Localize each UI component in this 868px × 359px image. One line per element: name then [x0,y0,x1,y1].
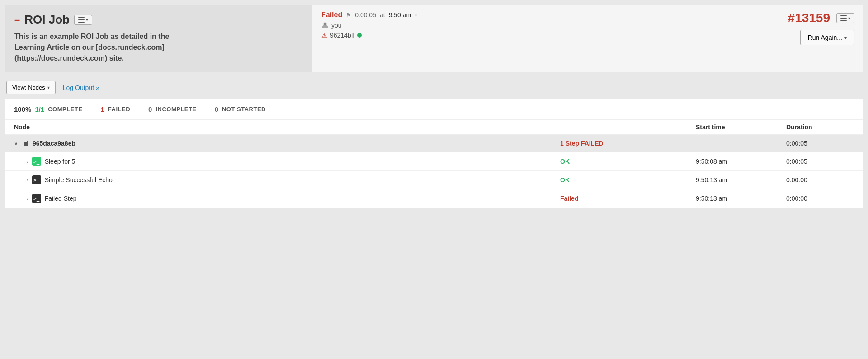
run-id: #13159 [788,11,830,25]
flag-icon: ⚑ [346,12,351,19]
step-name-cell: › >_ Failed Step [27,194,560,203]
summary-failed: 1 FAILED [100,105,130,113]
col-node: Node [14,123,560,131]
summary-incomplete-num: 0 [148,105,152,113]
node-status-dot [357,33,362,38]
view-nodes-label: View: Nodes [12,84,45,91]
summary-complete: 100% 1/1 COMPLETE [14,105,82,113]
table-header: Node Start time Duration [5,120,863,135]
node-step-status: 1 Step FAILED [560,140,604,147]
run-status: Failed [321,11,342,19]
summary-bar: 100% 1/1 COMPLETE 1 FAILED 0 INCOMPLETE … [5,99,863,120]
nodes-panel: 100% 1/1 COMPLETE 1 FAILED 0 INCOMPLETE … [5,99,863,208]
run-again-button[interactable]: Run Again... ▾ [800,30,854,45]
run-again-label: Run Again... [808,34,842,41]
summary-incomplete-label: INCOMPLETE [156,106,196,113]
col-status [560,123,696,131]
node-line: ⚠ 96214bff [321,32,417,39]
run-at: at [380,11,385,19]
step-icon: >_ [32,175,41,184]
step-name: Failed Step [45,195,77,202]
view-caret-icon: ▾ [47,85,50,90]
step-duration: 0:00:00 [786,176,854,184]
step-row: › >_ Failed Step Failed 9:50:13 am 0:00:… [5,189,863,208]
step-name: Sleep for 5 [45,158,75,165]
step-expand-button[interactable]: › [27,159,28,164]
summary-not-started: 0 NOT STARTED [215,105,266,113]
run-duration: 0:00:05 [355,11,376,19]
collapse-button[interactable]: ∨ [14,140,18,146]
steps-container: › >_ Sleep for 5 OK 9:50:08 am 0:00:05 ›… [5,152,863,208]
step-icon: >_ [32,157,41,166]
summary-not-started-num: 0 [215,105,218,113]
run-id-menu-button[interactable]: ▾ [836,13,854,23]
step-name: Simple Successful Echo [45,176,113,184]
summary-not-started-label: NOT STARTED [222,106,266,113]
step-duration: 0:00:00 [786,195,854,202]
run-info-panel: Failed ⚑ 0:00:05 at 9:50 am › [312,5,863,72]
step-start-time: 9:50:13 am [696,195,786,202]
job-dash: – [14,14,20,26]
step-name-cell: › >_ Simple Successful Echo [27,175,560,184]
list-icon [840,15,847,21]
view-nodes-button[interactable]: View: Nodes ▾ [6,81,56,94]
step-name-cell: › >_ Sleep for 5 [27,157,560,166]
step-status: OK [560,176,570,184]
job-menu-button[interactable]: ▾ [74,15,92,25]
node-duration: 0:00:05 [786,140,854,147]
caret-icon: ▾ [848,16,850,21]
view-bar: View: Nodes ▾ Log Output » [5,76,863,99]
summary-failed-label: FAILED [108,106,130,113]
step-status: Failed [560,195,578,202]
node-hostname: 965daca9a8eb [33,140,75,147]
job-info-panel: – ROI Job ▾ This is an example ROI Job a… [5,5,312,72]
user-line: you [321,22,417,29]
run-again-caret-icon: ▾ [844,35,847,40]
step-row: › >_ Simple Successful Echo OK 9:50:13 a… [5,170,863,189]
run-id-block: #13159 ▾ Run Again... ▾ [788,11,854,45]
step-status: OK [560,158,570,165]
warning-icon: ⚠ [321,32,327,39]
user-icon [321,22,329,29]
caret-icon: ▾ [86,17,88,22]
log-output-link[interactable]: Log Output » [63,84,99,91]
run-node-id: 96214bff [330,32,354,39]
job-title: ROI Job [24,13,70,27]
run-user: you [331,22,342,29]
job-description: This is an example ROI Job as detailed i… [14,31,302,64]
summary-incomplete: 0 INCOMPLETE [148,105,197,113]
server-icon: 🖥 [22,139,29,147]
summary-failed-num: 1 [100,105,104,113]
summary-percent: 100% [14,105,31,113]
node-header-row: ∨ 🖥 965daca9a8eb 1 Step FAILED 0:00:05 [5,135,863,152]
step-expand-button[interactable]: › [27,196,28,201]
list-icon [78,17,85,23]
step-row: › >_ Sleep for 5 OK 9:50:08 am 0:00:05 [5,152,863,170]
chevron-right-icon: › [415,12,417,18]
step-duration: 0:00:05 [786,158,854,165]
run-time: 9:50 am [389,11,412,19]
run-status-block: Failed ⚑ 0:00:05 at 9:50 am › [321,11,417,39]
step-start-time: 9:50:13 am [696,176,786,184]
step-start-time: 9:50:08 am [696,158,786,165]
step-icon: >_ [32,194,41,203]
summary-complete-label: COMPLETE [48,106,82,113]
node-group: ∨ 🖥 965daca9a8eb 1 Step FAILED 0:00:05 ›… [5,135,863,208]
col-duration: Duration [786,123,854,131]
col-start-time: Start time [696,123,786,131]
step-expand-button[interactable]: › [27,177,28,183]
summary-count: 1/1 [35,105,44,113]
